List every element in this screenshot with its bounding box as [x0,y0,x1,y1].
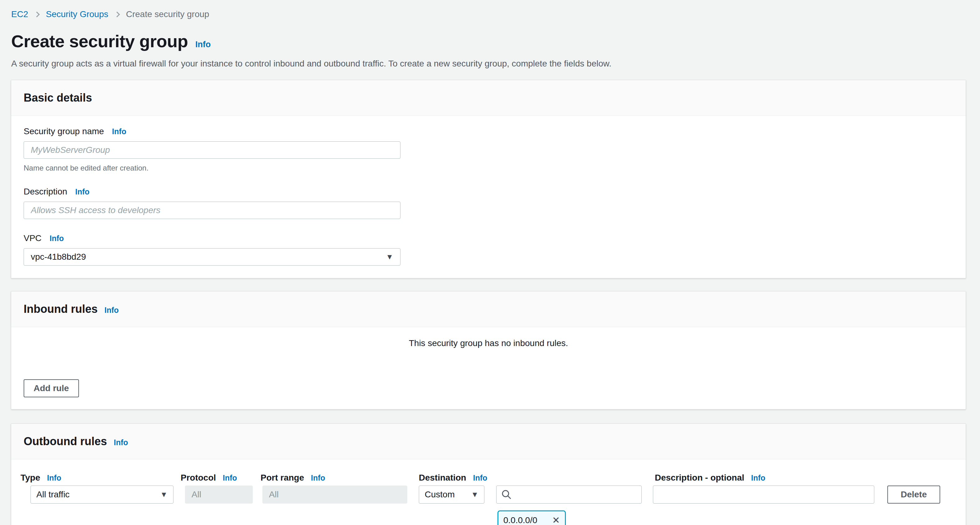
chevron-right-icon [115,11,120,17]
outbound-rules-info-link[interactable]: Info [114,438,128,447]
rule-description-info-link[interactable]: Info [751,473,765,482]
page-header: Create security group Info [11,31,980,51]
type-label-text: Type [21,473,40,483]
protocol-info-link[interactable]: Info [223,473,237,482]
type-select[interactable]: All traffic ▼ [30,485,173,504]
breadcrumb-current: Create security group [126,10,209,19]
caret-down-icon: ▼ [471,490,479,499]
inbound-rules-card: Inbound rules Info This security group h… [11,291,966,409]
protocol-value: All [191,490,201,500]
destination-search-input[interactable] [515,486,637,503]
vpc-info-link[interactable]: Info [50,233,64,244]
description-label: Description [24,186,67,197]
protocol-input: All [185,485,253,504]
vpc-select-value: vpc-41b8bd29 [31,252,86,262]
security-group-name-info-link[interactable]: Info [112,126,126,137]
caret-down-icon: ▼ [160,490,168,499]
delete-rule-button[interactable]: Delete [887,485,940,504]
search-icon [501,489,512,500]
page-title: Create security group [11,31,188,51]
port-range-input: All [262,485,407,504]
port-range-info-link[interactable]: Info [311,473,325,482]
destination-chip[interactable]: 0.0.0.0/0 ✕ [498,511,566,525]
port-range-column-label: Port range Info [261,473,325,483]
type-info-link[interactable]: Info [47,473,61,482]
rule-description-column-label: Description - optional Info [655,473,765,483]
destination-search-box [496,485,642,504]
page-subtitle: A security group acts as a virtual firew… [11,59,980,69]
destination-column-label: Destination Info [419,473,487,483]
name-helper-text: Name cannot be edited after creation. [24,164,953,173]
vpc-select[interactable]: vpc-41b8bd29 ▼ [24,248,401,266]
rule-description-label-text: Description - optional [655,473,745,483]
inbound-rules-info-link[interactable]: Info [105,306,119,315]
inbound-empty-message: This security group has no inbound rules… [24,338,953,348]
outbound-rules-title: Outbound rules [24,435,107,448]
basic-details-title: Basic details [24,91,92,105]
basic-details-body: Security group name Info Name cannot be … [11,116,966,278]
destination-mode-value: Custom [425,490,455,500]
description-label-row: Description Info [24,186,953,197]
security-group-name-input[interactable] [24,141,401,159]
close-icon[interactable]: ✕ [552,515,560,525]
port-range-label-text: Port range [261,473,304,483]
destination-info-link[interactable]: Info [473,473,487,482]
breadcrumb-link-security-groups[interactable]: Security Groups [46,10,108,19]
chevron-right-icon [34,11,40,17]
breadcrumb-link-ec2[interactable]: EC2 [11,10,28,19]
breadcrumb: EC2 Security Groups Create security grou… [11,10,980,19]
basic-details-card: Basic details Security group name Info N… [11,80,966,278]
type-column-label: Type Info [21,473,61,483]
port-range-value: All [269,490,278,500]
description-info-link[interactable]: Info [75,186,89,197]
destination-label-text: Destination [419,473,466,483]
vpc-label: VPC [24,233,42,244]
protocol-label-text: Protocol [181,473,216,483]
security-group-name-label: Security group name [24,126,104,137]
vpc-label-row: VPC Info [24,233,953,244]
add-rule-button[interactable]: Add rule [24,379,79,397]
rule-description-input[interactable] [653,485,874,504]
caret-down-icon: ▼ [386,252,393,261]
type-select-value: All traffic [37,490,70,500]
basic-details-card-header: Basic details [11,80,966,116]
outbound-rules-card-header: Outbound rules Info [11,424,966,460]
protocol-column-label: Protocol Info [181,473,237,483]
inbound-rules-body: This security group has no inbound rules… [11,327,966,409]
inbound-rules-card-header: Inbound rules Info [11,291,966,327]
inbound-rules-title: Inbound rules [24,303,98,316]
destination-mode-select[interactable]: Custom ▼ [419,485,484,504]
security-group-name-label-row: Security group name Info [24,126,953,137]
description-input[interactable] [24,201,401,219]
outbound-rules-card: Outbound rules Info Type Info Protocol I… [11,423,966,525]
page-title-info-link[interactable]: Info [195,40,210,49]
destination-chip-value: 0.0.0.0/0 [503,515,537,525]
outbound-rules-body: Type Info Protocol Info Port range Info … [11,460,966,525]
